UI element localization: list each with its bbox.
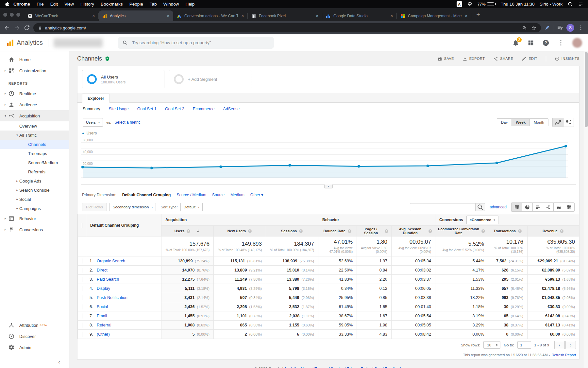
sidebar-item-channels[interactable]: Channels [0,140,69,149]
window-scrollbar[interactable] [584,51,588,368]
advanced-filter-link[interactable]: advanced [490,205,507,209]
channel-link[interactable]: Direct [97,268,108,272]
close-icon[interactable]: × [92,13,95,18]
column-header-transactions[interactable]: Transactions? [488,226,528,237]
pie-view-icon[interactable] [522,203,532,211]
scrollbar-thumb[interactable] [585,52,588,127]
help-circle-icon[interactable]: ? [347,229,352,233]
refresh-report-link[interactable]: Refresh Report [551,353,576,357]
column-header-ecr[interactable]: Ecommerce Conversion Rate? [435,226,488,237]
menu-item-edit[interactable]: Edit [47,2,61,7]
help-circle-icon[interactable]: ? [299,229,303,233]
sidebar-item-behavior[interactable]: ▸Behavior [0,213,69,224]
close-icon[interactable]: × [241,13,244,18]
column-header-new_users[interactable]: New Users? [214,226,266,237]
sidebar-item-audience[interactable]: ▸Audience [0,99,69,110]
menu-item-view[interactable]: View [61,2,77,7]
menu-item-people[interactable]: People [126,2,146,7]
line-chart-icon[interactable] [553,118,563,127]
sidebar-item-treemaps[interactable]: Treemaps [0,149,69,158]
chart-plot[interactable]: 60,00040,00020,000 [81,137,568,180]
close-icon[interactable]: × [390,13,394,18]
menu-app-name[interactable]: Chrome [10,2,33,7]
more-options-icon[interactable] [557,39,564,46]
sidebar-item-home[interactable]: Home [0,54,69,65]
channel-link[interactable]: Display [97,286,110,291]
window-minimize-button[interactable] [10,13,14,17]
column-header-bounce_rate[interactable]: Bounce Rate? [318,226,357,237]
segment-all-users[interactable]: All Users 100.00% Users [82,70,164,88]
row-checkbox[interactable] [82,286,82,291]
channel-link[interactable]: Social [97,305,108,309]
footer-link-privacy-policy[interactable]: Privacy Policy [347,367,371,368]
subtab-summary[interactable]: Summary [83,107,100,111]
column-header-avg_duration[interactable]: Avg. Session Duration? [392,226,435,237]
apple-icon[interactable] [5,1,10,7]
sidebar-item-google-ads[interactable]: ▸Google Ads [0,176,69,185]
save-button[interactable]: SAVE [437,56,454,61]
menu-item-window[interactable]: Window [160,2,182,7]
subtab-adsense[interactable]: AdSense [223,107,240,111]
sidebar-item-realtime[interactable]: ▸Realtime [0,88,69,99]
dimension-option-source[interactable]: Source [212,193,225,197]
sidebar-item-all-traffic[interactable]: ▾All Traffic [0,131,69,140]
column-header-pages_session[interactable]: Pages / Session? [357,226,392,237]
menu-item-file[interactable]: File [33,2,47,7]
row-checkbox[interactable] [82,313,82,319]
sidebar-item-referrals[interactable]: Referrals [0,167,69,176]
window-close-button[interactable] [3,13,7,17]
browser-tab[interactable]: WeCanTrack× [24,10,99,21]
channel-link[interactable]: Organic Search [97,259,125,263]
column-header-users[interactable]: Users? [161,226,214,237]
address-bar[interactable]: analytics.google.com/ [33,23,541,32]
row-checkbox[interactable] [82,268,82,273]
analytics-logo[interactable]: Analytics [6,39,43,47]
row-checkbox[interactable] [82,304,82,309]
sidebar-item-social[interactable]: ▸Social [0,195,69,204]
granularity-day[interactable]: Day [497,119,512,126]
previous-page-button[interactable]: ‹ [554,341,565,349]
granularity-month[interactable]: Month [529,119,548,126]
next-page-button[interactable]: › [565,341,576,349]
sidebar-item-acquisition[interactable]: ▾Acquisition [0,110,69,121]
footer-link-analytics-home[interactable]: Analytics Home [284,367,311,368]
browser-tab[interactable]: Google Data Studio× [322,10,397,21]
sidebar-item-admin[interactable]: Admin [0,342,69,353]
share-button[interactable]: SHARE [493,56,513,61]
notifications-bell-icon[interactable]: 2 [512,39,519,46]
conversions-type-dropdown[interactable]: eCommerce▾ [466,216,498,224]
browser-menu-icon[interactable] [578,25,584,31]
row-checkbox[interactable] [82,332,82,337]
footer-link-send-feedback[interactable]: Send Feedback [375,367,402,368]
help-circle-icon[interactable]: ? [384,229,389,233]
term-cloud-view-icon[interactable] [553,203,564,211]
extension-pen-icon[interactable] [544,25,550,31]
channel-link[interactable]: Paid Search [97,277,119,282]
wifi-icon[interactable] [467,1,473,7]
close-icon[interactable]: × [315,13,319,18]
close-icon[interactable]: × [166,13,170,18]
row-checkbox[interactable] [82,277,82,282]
help-circle-icon[interactable]: ? [518,229,522,233]
insights-button[interactable]: INSIGHTS [555,56,580,61]
menu-item-bookmarks[interactable]: Bookmarks [97,2,126,7]
help-circle-icon[interactable]: ? [560,229,564,233]
menu-item-tab[interactable]: Tab [146,2,160,7]
sidebar-item-customization[interactable]: ▸Customization [0,65,69,76]
sidebar-item-search-console[interactable]: ▸Search Console [0,185,69,195]
menu-clock[interactable]: Thu 16 Jan 11:38 [501,2,535,7]
drag-handle[interactable]: ▼ [324,184,333,188]
apps-grid-icon[interactable] [527,39,534,46]
goto-page-input[interactable] [517,341,531,349]
column-header-sessions[interactable]: Sessions? [266,226,318,237]
show-rows-select[interactable]: 10 [483,341,500,349]
browser-tab[interactable]: Conversion actions - We Can Tra× [173,10,248,21]
menu-item-history[interactable]: History [77,2,97,7]
reload-icon[interactable] [24,25,30,31]
comparison-view-icon[interactable] [543,203,553,211]
help-circle-icon[interactable]: ? [481,229,485,233]
back-icon[interactable] [4,25,10,31]
user-avatar-blurred[interactable] [572,38,582,48]
collapse-sidebar-icon[interactable]: ‹ [58,359,60,365]
sidebar-item-discover[interactable]: Discover [0,331,69,342]
